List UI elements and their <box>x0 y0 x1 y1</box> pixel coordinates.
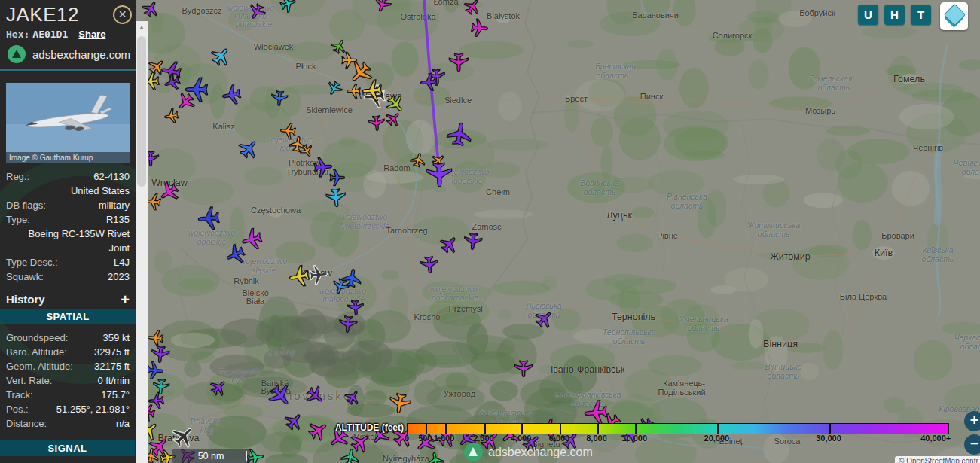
aircraft-icon[interactable] <box>438 233 461 256</box>
aircraft-icon[interactable] <box>271 90 289 106</box>
scroll-up-arrow-icon[interactable]: ▲ <box>136 21 148 33</box>
info-row: Distance:n/a <box>0 416 136 431</box>
aircraft-icon[interactable] <box>325 425 351 451</box>
aircraft-icon[interactable] <box>389 422 417 450</box>
aircraft-icon[interactable] <box>148 330 163 347</box>
aircraft-icon[interactable] <box>368 115 386 131</box>
scale-label: 50 nm <box>198 451 224 461</box>
info-row: United States <box>0 184 136 198</box>
aircraft-icon[interactable] <box>343 388 363 407</box>
aircraft-icon[interactable] <box>635 416 657 437</box>
signal-section-header[interactable]: SIGNAL <box>0 440 135 456</box>
aircraft-icon[interactable] <box>462 0 483 17</box>
aircraft-icon[interactable] <box>584 400 608 425</box>
aircraft-icon[interactable] <box>221 84 241 106</box>
aircraft-icon[interactable] <box>373 0 392 14</box>
divider <box>0 69 136 71</box>
info-row: Pos.:51.255°, 21.981° <box>0 402 136 416</box>
history-title: History <box>6 293 45 306</box>
zoom-out-button[interactable]: − <box>964 434 980 455</box>
aircraft-icon[interactable] <box>420 256 439 273</box>
aircraft-icon[interactable] <box>279 0 298 14</box>
aircraft-icon[interactable] <box>325 79 343 98</box>
aircraft-icon[interactable] <box>208 43 234 69</box>
photo-credit: Image © Gautham Kurup <box>6 152 130 163</box>
map-button-t[interactable]: T <box>911 5 931 25</box>
zoom-in-button[interactable]: + <box>964 411 980 431</box>
history-row: History + <box>0 288 136 309</box>
aircraft-icon[interactable] <box>426 452 444 463</box>
info-row: Vert. Rate:0 ft/min <box>0 373 136 388</box>
map-button-u[interactable]: U <box>858 5 878 25</box>
aircraft-icon[interactable] <box>618 422 643 446</box>
aircraft-icon[interactable] <box>388 392 411 415</box>
aircraft-icon[interactable] <box>246 2 267 22</box>
aircraft-icon[interactable] <box>163 108 179 124</box>
aircraft-icon[interactable] <box>282 410 306 433</box>
adsbexchange-watermark: adsbexchange.com <box>464 443 593 461</box>
aircraft-icon[interactable] <box>384 109 404 129</box>
aircraft-icon[interactable] <box>153 379 170 394</box>
spatial-fields: Groundspeed:359 ktBaro. Altitude:32975 f… <box>0 330 136 431</box>
scrollbar-thumb[interactable] <box>137 36 146 187</box>
sidebar-scrollbar[interactable]: ▲ <box>136 21 148 463</box>
aircraft-icon[interactable] <box>410 151 427 168</box>
close-icon[interactable]: ✕ <box>113 5 132 24</box>
aircraft-icon[interactable] <box>197 206 220 230</box>
aircraft-icon[interactable] <box>304 384 327 407</box>
aircraft-icon[interactable] <box>338 315 357 333</box>
aircraft-icon[interactable] <box>368 424 392 447</box>
aircraft-icon[interactable] <box>433 422 461 450</box>
info-row: Track:175.7° <box>0 388 136 402</box>
aircraft-icon[interactable] <box>169 421 199 451</box>
aircraft-icon[interactable] <box>446 121 473 147</box>
aircraft-icon[interactable] <box>326 188 347 208</box>
aircraft-icon[interactable] <box>146 361 163 380</box>
info-row: Type:R135 <box>0 212 136 227</box>
aircraft-icon[interactable] <box>463 233 482 250</box>
aircraft-icon[interactable] <box>347 300 365 315</box>
aircraft-icon[interactable] <box>266 381 296 411</box>
info-row: Groundspeed:359 kt <box>0 330 136 345</box>
aircraft-icon[interactable] <box>533 307 557 331</box>
map-scale-bar: 50 nm <box>172 449 250 463</box>
info-row: Squawk:2023 <box>0 270 136 284</box>
aircraft-icon[interactable] <box>514 361 532 376</box>
aircraft-icon[interactable] <box>426 163 453 187</box>
aircraft-icon[interactable] <box>240 227 264 252</box>
aircraft-icon[interactable] <box>412 430 438 455</box>
aircraft-icon[interactable] <box>449 53 468 71</box>
aircraft-icon[interactable] <box>288 265 310 288</box>
scale-tick <box>246 451 247 461</box>
aircraft-icon[interactable] <box>174 90 198 114</box>
aircraft-icon[interactable] <box>280 123 296 140</box>
aircraft-icon[interactable] <box>342 53 357 69</box>
map-button-h[interactable]: H <box>884 5 905 25</box>
aircraft-icon[interactable] <box>306 417 331 443</box>
aircraft-icon[interactable] <box>309 264 328 285</box>
brand-text: adsbexchange.com <box>32 48 130 61</box>
info-row: DB flags:military <box>0 198 136 212</box>
aircraft-icon[interactable] <box>140 0 161 19</box>
aircraft-icon[interactable] <box>330 170 345 186</box>
hex-label: Hex: <box>6 29 29 40</box>
aircraft-icon[interactable] <box>208 376 230 398</box>
aircraft-icon[interactable] <box>223 242 247 267</box>
brand-row[interactable]: adsbexchange.com <box>0 40 136 69</box>
aircraft-photo[interactable]: Image © Gautham Kurup <box>6 83 130 163</box>
info-row: Baro. Altitude:32975 ft <box>0 345 136 359</box>
hex-value: AE01D1 <box>32 29 68 40</box>
aircraft-icon[interactable] <box>146 56 168 78</box>
aircraft-icon[interactable] <box>537 418 561 443</box>
aircraft-icon[interactable] <box>289 136 307 153</box>
share-link[interactable]: Share <box>78 29 105 40</box>
aircraft-icon[interactable] <box>471 19 488 38</box>
aircraft-icon[interactable] <box>384 93 408 116</box>
aircraft-icon[interactable] <box>236 136 261 161</box>
aircraft-icon[interactable] <box>347 84 361 99</box>
layers-button[interactable] <box>940 2 968 30</box>
history-expand-icon[interactable]: + <box>121 294 130 306</box>
aircraft-icon[interactable] <box>151 346 169 363</box>
osm-attribution[interactable]: © OpenStreetMap contr <box>895 456 980 463</box>
adsbexchange-logo-icon <box>464 443 483 461</box>
